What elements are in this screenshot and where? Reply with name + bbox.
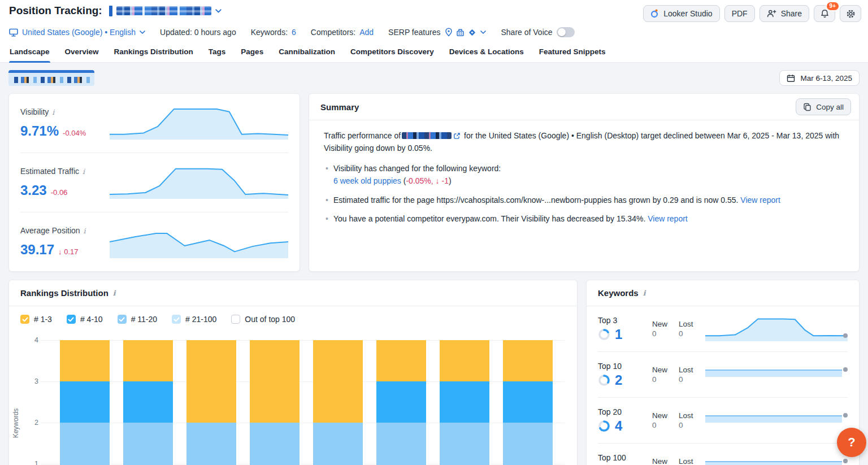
keyword-link[interactable]: 6 week old puppies bbox=[333, 176, 401, 185]
stacked-bar[interactable] bbox=[186, 340, 236, 465]
summary-domain-redacted bbox=[402, 132, 452, 139]
help-button[interactable]: ? bbox=[837, 428, 866, 457]
bar-segment bbox=[503, 381, 553, 423]
stacked-bar[interactable] bbox=[503, 340, 553, 465]
external-link-icon[interactable] bbox=[453, 132, 461, 140]
bar-segment bbox=[440, 423, 489, 465]
top-100-sparkline bbox=[705, 454, 848, 465]
top-3-new: 0 bbox=[652, 329, 667, 338]
top-3-donut bbox=[598, 328, 610, 341]
tab-overview[interactable]: Overview bbox=[64, 44, 99, 62]
stacked-bar[interactable] bbox=[250, 340, 300, 465]
top-20-value: 4 bbox=[615, 418, 622, 434]
rankings-legend: # 1-3 # 4-10 # 11-20 # 21-100 Out of top… bbox=[9, 306, 577, 325]
bar-segment bbox=[503, 340, 553, 381]
sparkline-end-dot bbox=[843, 333, 848, 338]
content-area: Mar 6-13, 2025 Visibilityi 9.71%-0.04% E… bbox=[0, 63, 868, 465]
y-axis-label: Keywords bbox=[12, 401, 20, 446]
share-of-voice: Share of Voice bbox=[501, 27, 574, 37]
top-10-label: Top 10 bbox=[598, 362, 652, 371]
keywords-count-link[interactable]: 6 bbox=[292, 28, 296, 37]
estimated-traffic-metric: Estimated Traffici 3.23-0.06 bbox=[9, 153, 300, 212]
keywords-card: Keywordsi Top 3 1 New0 Lost0 Top 10 2 bbox=[586, 280, 860, 465]
summary-title: Summary bbox=[320, 102, 359, 112]
sparkline-end-dot bbox=[843, 459, 848, 463]
serp-local-pack-icon bbox=[456, 28, 465, 37]
chevron-down-icon bbox=[480, 31, 486, 34]
stacked-bar[interactable] bbox=[313, 340, 363, 465]
info-icon[interactable]: i bbox=[113, 289, 116, 297]
view-report-link[interactable]: View report bbox=[648, 214, 688, 223]
tab-pages[interactable]: Pages bbox=[240, 44, 264, 62]
visibility-metric: Visibilityi 9.71%-0.04% bbox=[9, 94, 300, 153]
bar-segment bbox=[313, 423, 363, 465]
view-report-link[interactable]: View report bbox=[740, 195, 780, 205]
summary-bullet-visibility: Visibility has changed for the following… bbox=[324, 162, 844, 188]
traffic-label: Estimated Traffic bbox=[20, 167, 79, 176]
bar-segment bbox=[60, 381, 110, 423]
bar-segment bbox=[60, 340, 110, 381]
top-bar: Position Tracking: Looker Studio PDF Sha… bbox=[0, 0, 868, 23]
tab-landscape[interactable]: Landscape bbox=[9, 44, 50, 62]
checkbox-21-100[interactable] bbox=[172, 315, 181, 324]
summary-bullet-traffic: Estimated traffic for the page https://v… bbox=[324, 194, 844, 206]
tab-devices-locations[interactable]: Devices & Locations bbox=[449, 44, 524, 62]
share-of-voice-toggle[interactable] bbox=[557, 27, 575, 37]
stacked-bar[interactable] bbox=[440, 340, 489, 465]
legend-item-11-20[interactable]: # 11-20 bbox=[118, 315, 157, 324]
looker-studio-button[interactable]: Looker Studio bbox=[643, 5, 719, 22]
summary-bullets: Visibility has changed for the following… bbox=[324, 162, 844, 225]
share-button[interactable]: Share bbox=[760, 5, 809, 22]
y-axis-tick: 3 bbox=[19, 377, 38, 385]
checkbox-1-3[interactable] bbox=[20, 315, 29, 324]
stacked-bar[interactable] bbox=[123, 340, 173, 465]
tab-tags[interactable]: Tags bbox=[208, 44, 227, 62]
top-3-value: 1 bbox=[615, 327, 622, 342]
summary-card: Summary Copy all Traffic performance of … bbox=[309, 93, 860, 272]
top-100-row: Top 100 4 New0 Lost0 bbox=[587, 444, 859, 465]
tab-featured-snippets[interactable]: Featured Snippets bbox=[539, 44, 606, 62]
chevron-down-icon[interactable] bbox=[215, 9, 222, 13]
stacked-bar[interactable] bbox=[376, 340, 426, 465]
domain-chip-redacted[interactable] bbox=[8, 70, 94, 86]
checkbox-out-of-top-100[interactable] bbox=[231, 315, 240, 324]
tab-rankings-distribution[interactable]: Rankings Distribution bbox=[114, 44, 194, 62]
tab-competitors-discovery[interactable]: Competitors Discovery bbox=[350, 44, 435, 62]
info-icon[interactable]: i bbox=[52, 108, 54, 116]
traffic-value: 3.23 bbox=[20, 182, 47, 198]
position-value: 39.17 bbox=[20, 242, 54, 258]
target-label[interactable]: United States (Google) • English bbox=[22, 28, 136, 37]
top-10-lost: 0 bbox=[679, 375, 693, 384]
target-selector[interactable]: United States (Google) • English bbox=[9, 28, 145, 37]
pdf-button[interactable]: PDF bbox=[724, 5, 755, 22]
bar-segment bbox=[440, 340, 489, 381]
settings-button[interactable] bbox=[840, 5, 861, 22]
date-range-label: Mar 6-13, 2025 bbox=[800, 74, 852, 82]
notifications-button[interactable]: 9+ bbox=[814, 5, 835, 22]
rankings-title: Rankings Distribution bbox=[20, 288, 108, 298]
legend-item-1-3[interactable]: # 1-3 bbox=[20, 315, 52, 324]
top-10-sparkline bbox=[705, 362, 848, 387]
keywords-title: Keywords bbox=[598, 288, 639, 298]
y-axis-tick: 4 bbox=[19, 336, 38, 344]
info-icon[interactable]: i bbox=[84, 227, 86, 235]
top-20-label: Top 20 bbox=[598, 407, 652, 416]
bar-segment bbox=[123, 340, 173, 381]
position-sparkline bbox=[110, 225, 288, 258]
tab-cannibalization[interactable]: Cannibalization bbox=[278, 44, 336, 62]
legend-item-4-10[interactable]: # 4-10 bbox=[67, 315, 103, 324]
project-name-redacted[interactable] bbox=[116, 6, 211, 15]
legend-item-out-of-top-100[interactable]: Out of top 100 bbox=[231, 315, 295, 324]
info-icon[interactable]: i bbox=[83, 167, 85, 176]
copy-all-button[interactable]: Copy all bbox=[796, 98, 851, 115]
rankings-distribution-card: Rankings Distributioni # 1-3 # 4-10 # 11… bbox=[8, 280, 578, 465]
checkbox-11-20[interactable] bbox=[118, 315, 127, 324]
stacked-bar[interactable] bbox=[60, 340, 110, 465]
serp-features-selector[interactable]: SERP features bbox=[388, 28, 486, 37]
legend-item-21-100[interactable]: # 21-100 bbox=[172, 315, 216, 324]
date-range-button[interactable]: Mar 6-13, 2025 bbox=[779, 70, 860, 86]
checkbox-4-10[interactable] bbox=[67, 315, 76, 324]
competitors-add-link[interactable]: Add bbox=[359, 28, 374, 37]
info-icon[interactable]: i bbox=[643, 289, 646, 297]
meta-row: United States (Google) • English Updated… bbox=[0, 23, 868, 43]
